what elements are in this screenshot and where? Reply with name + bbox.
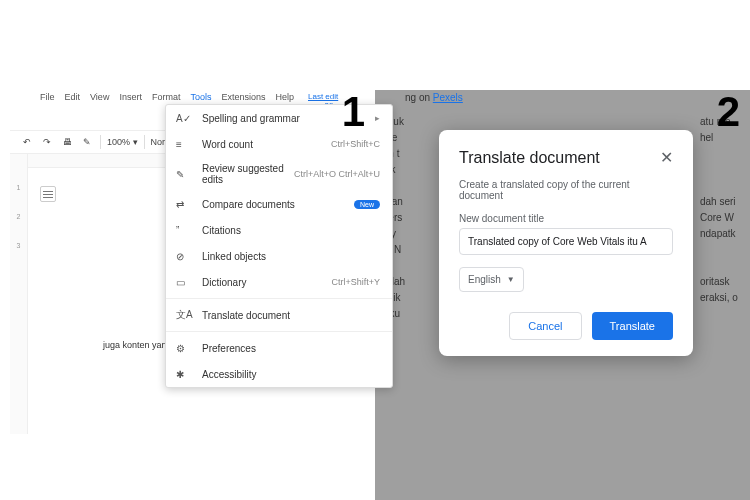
menu-edit[interactable]: Edit bbox=[65, 92, 81, 128]
print-icon[interactable]: 🖶 bbox=[60, 135, 74, 149]
menu-item-label: Preferences bbox=[202, 343, 380, 354]
document-title-input[interactable] bbox=[459, 228, 673, 255]
cancel-button[interactable]: Cancel bbox=[509, 312, 581, 340]
linked-objects-icon: ⊘ bbox=[176, 249, 194, 263]
panel-number-2: 2 bbox=[717, 88, 740, 136]
menu-review-edits[interactable]: ✎ Review suggested edits Ctrl+Alt+O Ctrl… bbox=[166, 157, 392, 191]
ruler-tick: 1 bbox=[10, 184, 27, 191]
menu-linked-objects[interactable]: ⊘ Linked objects bbox=[166, 243, 392, 269]
shortcut-text: Ctrl+Alt+O Ctrl+Alt+U bbox=[294, 169, 380, 179]
translate-dialog: Translate document ✕ Create a translated… bbox=[439, 130, 693, 356]
menu-accessibility[interactable]: ✱ Accessibility bbox=[166, 361, 392, 387]
menu-compare-docs[interactable]: ⇄ Compare documents New bbox=[166, 191, 392, 217]
language-select[interactable]: English ▼ bbox=[459, 267, 524, 292]
menu-item-label: Dictionary bbox=[202, 277, 331, 288]
menu-insert[interactable]: Insert bbox=[119, 92, 142, 128]
redo-icon[interactable]: ↷ bbox=[40, 135, 54, 149]
selected-language: English bbox=[468, 274, 501, 285]
accessibility-icon: ✱ bbox=[176, 367, 194, 381]
dimmed-background: ng on Pexels elakukterseaian tdilak enga… bbox=[375, 90, 750, 500]
outline-icon[interactable] bbox=[40, 186, 56, 202]
spellcheck-icon: A✓ bbox=[176, 111, 194, 125]
zoom-select[interactable]: 100% ▾ bbox=[107, 137, 138, 147]
docs-app: File Edit View Insert Format Tools Exten… bbox=[10, 90, 375, 500]
dictionary-icon: ▭ bbox=[176, 275, 194, 289]
menu-translate-document[interactable]: 文A Translate document bbox=[166, 302, 392, 328]
toolbar-separator bbox=[144, 135, 145, 149]
translate-icon: 文A bbox=[176, 308, 194, 322]
shortcut-text: Ctrl+Shift+C bbox=[331, 139, 380, 149]
review-icon: ✎ bbox=[176, 167, 194, 181]
menu-item-label: Review suggested edits bbox=[202, 163, 294, 185]
bg-right-text: atu mehel dah seriCore Wndapatk oritaske… bbox=[700, 114, 750, 306]
menu-view[interactable]: View bbox=[90, 92, 109, 128]
menu-dictionary[interactable]: ▭ Dictionary Ctrl+Shift+Y bbox=[166, 269, 392, 295]
word-count-icon: ≡ bbox=[176, 137, 194, 151]
menu-file[interactable]: File bbox=[40, 92, 55, 128]
menu-citations[interactable]: ” Citations bbox=[166, 217, 392, 243]
panel-number-1: 1 bbox=[342, 88, 365, 136]
ruler-tick: 2 bbox=[10, 213, 27, 220]
undo-icon[interactable]: ↶ bbox=[20, 135, 34, 149]
new-badge: New bbox=[354, 200, 380, 209]
menu-item-label: Linked objects bbox=[202, 251, 380, 262]
toolbar-separator bbox=[100, 135, 101, 149]
chevron-down-icon: ▼ bbox=[507, 275, 515, 284]
preferences-icon: ⚙ bbox=[176, 341, 194, 355]
chevron-right-icon: ▸ bbox=[375, 113, 380, 123]
compare-icon: ⇄ bbox=[176, 197, 194, 211]
pexels-link[interactable]: Pexels bbox=[433, 92, 463, 103]
dialog-title: Translate document bbox=[459, 149, 600, 167]
menu-separator bbox=[166, 331, 392, 332]
dialog-subtitle: Create a translated copy of the current … bbox=[459, 179, 673, 201]
ruler-tick: 3 bbox=[10, 242, 27, 249]
menu-item-label: Citations bbox=[202, 225, 380, 236]
shortcut-text: Ctrl+Shift+Y bbox=[331, 277, 380, 287]
paint-format-icon[interactable]: ✎ bbox=[80, 135, 94, 149]
menu-item-label: Translate document bbox=[202, 310, 380, 321]
citations-icon: ” bbox=[176, 223, 194, 237]
menu-preferences[interactable]: ⚙ Preferences bbox=[166, 335, 392, 361]
menu-separator bbox=[166, 298, 392, 299]
translate-button[interactable]: Translate bbox=[592, 312, 673, 340]
close-icon[interactable]: ✕ bbox=[660, 148, 673, 167]
menu-item-label: Word count bbox=[202, 139, 331, 150]
bg-header-text: ng on Pexels bbox=[405, 90, 463, 106]
menu-item-label: Accessibility bbox=[202, 369, 380, 380]
vertical-ruler: 1 2 3 bbox=[10, 154, 28, 434]
input-label: New document title bbox=[459, 213, 673, 224]
menu-item-label: Compare documents bbox=[202, 199, 354, 210]
tools-dropdown: A✓ Spelling and grammar ▸ ≡ Word count C… bbox=[165, 104, 393, 388]
